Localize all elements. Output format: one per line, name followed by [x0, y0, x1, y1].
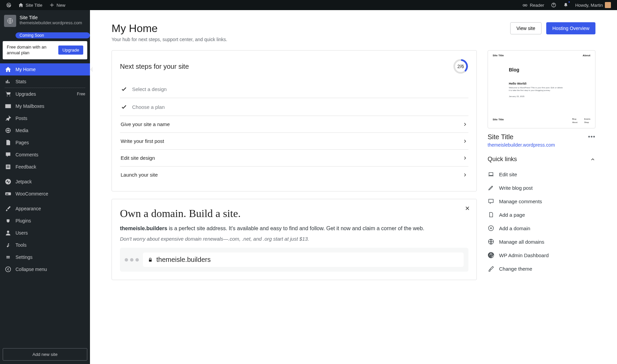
- step-choose-plan[interactable]: Choose a plan: [120, 98, 468, 116]
- comment-icon: [5, 151, 11, 158]
- browser-dots-icon: [125, 258, 139, 262]
- nav-mailboxes[interactable]: My Mailboxes: [0, 100, 90, 112]
- globe-icon: [488, 238, 494, 245]
- quick-link-manage-comments[interactable]: Manage comments: [488, 194, 595, 208]
- quick-link-label: Add a domain: [499, 225, 530, 231]
- step-launch[interactable]: Launch your site: [120, 166, 468, 183]
- new-content-button[interactable]: New: [46, 0, 69, 10]
- svg-rect-10: [6, 256, 10, 257]
- step-label: Edit site design: [121, 155, 155, 161]
- nav-comments[interactable]: Comments: [0, 149, 90, 161]
- user-greeting-link[interactable]: Howdy, Martin: [572, 0, 614, 10]
- nav-collapse[interactable]: Collapse menu: [0, 263, 90, 275]
- step-site-name[interactable]: Give your site a name: [120, 116, 468, 133]
- check-icon: [121, 86, 127, 92]
- hosting-overview-button[interactable]: Hosting Overview: [546, 22, 595, 34]
- check-icon: [121, 103, 127, 110]
- nav-label: Upgrades: [16, 91, 36, 97]
- site-preview-thumbnail[interactable]: Site Title About Blog Hello World! Welco…: [488, 50, 595, 128]
- quick-links-toggle[interactable]: Quick links: [488, 156, 595, 163]
- nav-label: Media: [16, 128, 28, 133]
- nav-label: Tools: [16, 242, 27, 248]
- brush-icon: [5, 205, 11, 212]
- close-button[interactable]: [464, 205, 470, 213]
- form-icon: [5, 163, 11, 170]
- mail-icon: [5, 103, 11, 110]
- nav-feedback[interactable]: Feedback: [0, 161, 90, 173]
- view-site-button[interactable]: View site: [510, 22, 542, 34]
- nav-label: Comments: [16, 152, 38, 157]
- close-icon: [464, 205, 470, 211]
- step-label: Write your first post: [121, 138, 164, 144]
- quick-link-wp-admin[interactable]: WP Admin Dashboard: [488, 248, 595, 262]
- nav-media[interactable]: Media: [0, 124, 90, 136]
- nav-label: Pages: [16, 140, 29, 145]
- user-icon: [5, 230, 11, 236]
- step-edit-design[interactable]: Edit site design: [120, 150, 468, 166]
- nav-stats[interactable]: Stats: [0, 75, 90, 88]
- plugin-icon: [5, 217, 11, 224]
- page-title: My Home: [112, 22, 227, 35]
- admin-sidebar: Site Title themeislebuilder.wordpress.co…: [0, 10, 90, 364]
- upgrade-button[interactable]: Upgrade: [58, 46, 83, 55]
- quick-link-edit-site[interactable]: Edit site: [488, 168, 595, 181]
- svg-rect-11: [6, 257, 10, 259]
- steps-heading: Next steps for your site: [120, 63, 189, 70]
- reader-link[interactable]: Reader: [519, 0, 548, 10]
- nav-plugins[interactable]: Plugins: [0, 215, 90, 227]
- jetpack-icon: [5, 178, 11, 185]
- quick-link-add-page[interactable]: Add a page: [488, 208, 595, 221]
- quick-link-label: Add a page: [499, 212, 525, 218]
- wrench-icon: [5, 242, 11, 248]
- side-site-title: Site Title: [488, 133, 514, 141]
- add-new-site-button[interactable]: Add new site: [3, 348, 87, 361]
- url-text: themeisle.builders: [156, 256, 211, 264]
- nav-posts[interactable]: Posts: [0, 112, 90, 124]
- quick-links-heading: Quick links: [488, 156, 517, 163]
- quick-link-manage-domains[interactable]: Manage all domains: [488, 235, 595, 248]
- nav-my-home[interactable]: My Home: [0, 63, 90, 75]
- quick-link-label: WP Admin Dashboard: [499, 252, 549, 258]
- nav-settings[interactable]: Settings: [0, 251, 90, 263]
- wordpress-logo-button[interactable]: [3, 0, 15, 10]
- quick-link-write-post[interactable]: Write blog post: [488, 181, 595, 194]
- nav-jetpack[interactable]: Jetpack: [0, 176, 90, 188]
- preview-about: About: [583, 54, 590, 57]
- step-label: Launch your site: [121, 172, 158, 178]
- nav-label: Plugins: [16, 218, 31, 223]
- domain-description: themeisle.builders is a perfect site add…: [120, 224, 468, 233]
- quick-link-label: Edit site: [499, 172, 517, 177]
- preview-date: January 23, 2025: [509, 95, 563, 98]
- step-select-design[interactable]: Select a design: [120, 80, 468, 98]
- next-steps-card: Next steps for your site 2/6 Sel: [112, 50, 477, 191]
- quick-link-label: Change theme: [499, 266, 532, 272]
- nav-pages[interactable]: Pages: [0, 136, 90, 149]
- nav-appearance[interactable]: Appearance: [0, 203, 90, 215]
- svg-rect-16: [489, 173, 493, 175]
- nav-users[interactable]: Users: [0, 227, 90, 239]
- promo-text: Free domain with an annual plan: [7, 44, 56, 56]
- site-actions-menu-button[interactable]: •••: [588, 133, 595, 141]
- step-first-post[interactable]: Write your first post: [120, 133, 468, 150]
- svg-point-3: [7, 129, 9, 131]
- site-home-link[interactable]: Site Title: [15, 0, 46, 10]
- help-button[interactable]: [548, 0, 560, 10]
- comment-icon: [488, 198, 494, 205]
- svg-rect-17: [489, 199, 493, 203]
- nav-label: Appearance: [16, 206, 41, 211]
- quick-link-change-theme[interactable]: Change theme: [488, 262, 595, 275]
- toolbar-site-title: Site Title: [26, 3, 42, 8]
- url-bar: themeisle.builders: [143, 252, 464, 267]
- nav-badge: Free: [77, 92, 85, 96]
- nav-upgrades[interactable]: Upgrades Free: [0, 88, 90, 100]
- preview-welcome: Welcome to WordPress! This is your first…: [509, 87, 563, 92]
- quick-link-add-domain[interactable]: Add a domain: [488, 221, 595, 235]
- sidebar-site-header[interactable]: Site Title themeislebuilder.wordpress.co…: [0, 10, 90, 31]
- side-site-url[interactable]: themeislebuilder.wordpress.com: [488, 142, 595, 148]
- nav-woocommerce[interactable]: WooCommerce: [0, 188, 90, 200]
- progress-ring: 2/6: [453, 59, 468, 74]
- notifications-button[interactable]: [560, 0, 572, 10]
- lock-icon: [148, 257, 153, 263]
- nav-tools[interactable]: Tools: [0, 239, 90, 251]
- cart-icon: [5, 91, 11, 97]
